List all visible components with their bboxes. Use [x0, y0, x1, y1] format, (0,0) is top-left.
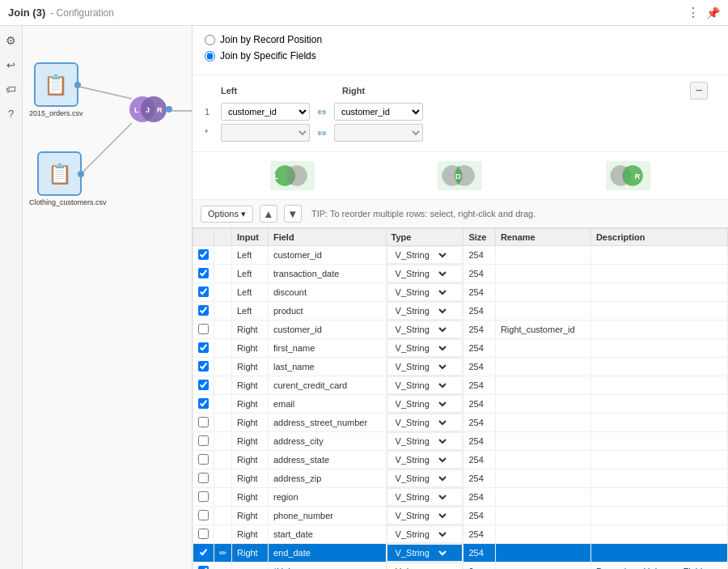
row-checkbox[interactable]	[198, 268, 209, 278]
row-checkbox[interactable]	[198, 435, 209, 446]
row-rename[interactable]	[495, 544, 590, 563]
row-type-cell[interactable]: V_String	[387, 283, 463, 301]
row-type-select[interactable]: V_String	[392, 435, 449, 447]
row-type-select[interactable]: V_String	[392, 380, 449, 391]
refresh-sidebar-icon[interactable]: ↩	[3, 57, 19, 73]
join-right-select-star[interactable]	[334, 124, 423, 142]
join-left-select-1[interactable]: customer_id	[221, 103, 310, 121]
row-type-select[interactable]: V_String	[392, 305, 449, 316]
node-2[interactable]: 📋 Clothing_customers.csv	[29, 151, 90, 206]
row-checkbox[interactable]	[198, 249, 209, 260]
venn-left[interactable]: L	[270, 160, 315, 191]
help-sidebar-icon[interactable]: ?	[3, 105, 19, 121]
row-rename[interactable]	[495, 563, 590, 570]
row-type-select[interactable]: V_String	[392, 249, 449, 261]
options-dropdown-button[interactable]: Options ▾	[201, 206, 253, 223]
row-checkbox-cell[interactable]	[193, 302, 214, 321]
row-type-cell[interactable]: V_String	[387, 414, 463, 431]
join-by-fields-radio[interactable]	[205, 51, 215, 62]
row-checkbox-cell[interactable]	[193, 283, 214, 302]
menu-dots-icon[interactable]: ⋮	[687, 5, 700, 20]
row-checkbox-cell[interactable]	[193, 246, 214, 265]
gear-sidebar-icon[interactable]: ⚙	[3, 32, 19, 49]
row-rename[interactable]	[495, 469, 590, 488]
venn-inner[interactable]: D	[438, 160, 482, 191]
row-rename[interactable]	[495, 525, 590, 544]
row-checkbox-cell[interactable]	[193, 469, 214, 488]
row-checkbox-cell[interactable]	[193, 451, 214, 469]
row-checkbox[interactable]	[198, 510, 209, 520]
row-type-cell[interactable]: V_String	[387, 507, 463, 524]
row-checkbox-cell[interactable]	[193, 544, 214, 563]
join-by-record-radio[interactable]	[205, 35, 215, 45]
row-type-cell[interactable]: V_String	[387, 432, 463, 450]
row-type-select[interactable]: V_String	[392, 287, 449, 298]
row-type-select[interactable]: V_String	[392, 547, 449, 558]
row-type-cell[interactable]: V_String	[387, 321, 463, 338]
row-type-select[interactable]: V_String	[392, 361, 449, 372]
row-rename[interactable]	[495, 302, 590, 321]
row-checkbox-cell[interactable]	[193, 358, 214, 376]
row-rename[interactable]	[495, 358, 590, 376]
row-rename[interactable]	[495, 432, 590, 451]
row-type-cell[interactable]: V_String	[387, 469, 463, 487]
row-checkbox[interactable]	[198, 417, 209, 427]
row-type-select[interactable]: Unknown	[392, 566, 449, 569]
row-type-select[interactable]: V_String	[392, 342, 449, 354]
row-checkbox-cell[interactable]	[193, 265, 214, 283]
join-by-record-option[interactable]: Join by Record Position	[205, 34, 716, 45]
row-type-select[interactable]: V_String	[392, 491, 449, 503]
row-checkbox[interactable]	[198, 287, 209, 297]
row-rename[interactable]	[495, 265, 590, 283]
move-down-button[interactable]: ▼	[284, 205, 302, 223]
row-type-select[interactable]: V_String	[392, 398, 449, 410]
row-rename[interactable]	[495, 488, 590, 507]
row-rename[interactable]	[495, 339, 590, 358]
row-checkbox-cell[interactable]	[193, 563, 214, 570]
row-type-select[interactable]: V_String	[392, 454, 449, 465]
row-type-cell[interactable]: V_String	[387, 395, 463, 413]
row-rename[interactable]	[495, 507, 590, 525]
join-node[interactable]: L J R	[128, 89, 168, 130]
row-checkbox[interactable]	[198, 473, 209, 483]
row-checkbox-cell[interactable]	[193, 432, 214, 451]
row-checkbox-cell[interactable]	[193, 395, 214, 414]
row-type-cell[interactable]: V_String	[387, 246, 463, 264]
row-checkbox-cell[interactable]	[193, 507, 214, 525]
row-rename[interactable]	[495, 246, 590, 265]
tag-sidebar-icon[interactable]: 🏷	[3, 81, 19, 97]
row-checkbox[interactable]	[198, 380, 209, 390]
venn-right[interactable]: R	[606, 160, 650, 191]
move-up-button[interactable]: ▲	[260, 205, 277, 223]
join-right-select-1[interactable]: customer_id	[334, 103, 423, 121]
row-checkbox-cell[interactable]	[193, 376, 214, 395]
row-rename[interactable]	[495, 451, 590, 469]
row-type-cell[interactable]: V_String	[387, 358, 463, 376]
row-checkbox[interactable]	[198, 454, 209, 465]
row-rename[interactable]: Right_customer_id	[495, 321, 590, 339]
row-rename[interactable]	[495, 376, 590, 395]
node-1[interactable]: 📋 2015_orders.csv	[29, 62, 83, 117]
row-type-cell[interactable]: V_String	[387, 265, 463, 282]
row-checkbox-cell[interactable]	[193, 414, 214, 432]
row-type-cell[interactable]: V_String	[387, 525, 463, 543]
row-checkbox-cell[interactable]	[193, 321, 214, 339]
row-type-select[interactable]: V_String	[392, 510, 449, 521]
row-rename[interactable]	[495, 283, 590, 302]
row-type-cell[interactable]: Unknown	[387, 563, 463, 569]
row-type-cell[interactable]: V_String	[387, 339, 463, 357]
row-checkbox-cell[interactable]	[193, 339, 214, 358]
row-checkbox[interactable]	[198, 566, 209, 570]
row-type-cell[interactable]: V_String	[387, 488, 463, 506]
row-checkbox-cell[interactable]	[193, 488, 214, 507]
data-table-wrap[interactable]: Input Field Type Size Rename Description…	[193, 228, 728, 569]
remove-join-row-button[interactable]: −	[690, 82, 708, 100]
join-by-fields-option[interactable]: Join by Specific Fields	[205, 50, 716, 62]
pin-icon[interactable]: 📌	[706, 6, 720, 19]
row-checkbox-cell[interactable]	[193, 525, 214, 544]
row-rename[interactable]	[495, 414, 590, 432]
row-checkbox[interactable]	[198, 361, 209, 372]
row-checkbox[interactable]	[198, 324, 209, 334]
row-checkbox[interactable]	[198, 398, 209, 409]
row-type-cell[interactable]: V_String	[387, 451, 463, 469]
